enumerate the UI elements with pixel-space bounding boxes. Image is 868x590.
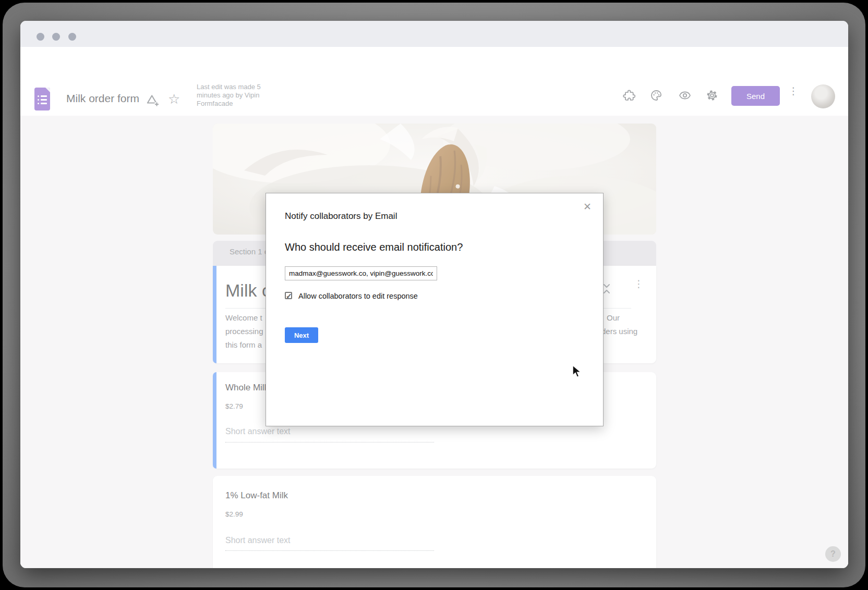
notify-collaborators-dialog: ✕ Notify collaborators by Email Who shou… [266, 193, 604, 426]
window-titlebar [20, 21, 848, 47]
mouse-cursor-icon [572, 365, 584, 382]
traffic-light-zoom-icon[interactable] [68, 33, 76, 41]
traffic-light-close-icon[interactable] [37, 33, 44, 41]
close-icon[interactable]: ✕ [583, 201, 592, 213]
checkbox-label[interactable]: Allow collaborators to edit response [298, 292, 418, 300]
recipients-input[interactable] [285, 266, 437, 280]
dialog-title: Notify collaborators by Email [285, 211, 397, 222]
traffic-light-minimize-icon[interactable] [52, 33, 60, 41]
browser-window: Milk order form ☆ Last edit was made 5 m… [20, 21, 848, 568]
next-button[interactable]: Next [285, 327, 318, 343]
checkbox-checked-icon[interactable]: ✓ [285, 292, 292, 299]
dialog-question: Who should receive email notification? [285, 241, 463, 253]
